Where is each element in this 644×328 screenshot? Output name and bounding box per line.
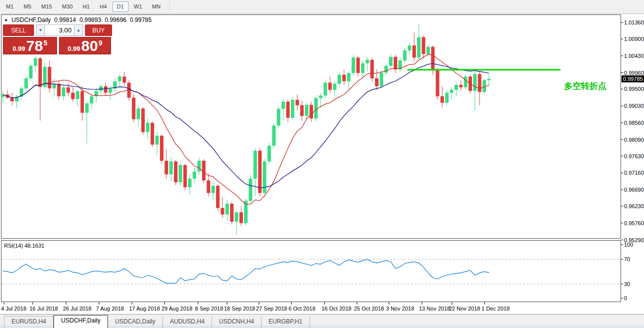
buy-button[interactable]: BUY bbox=[85, 24, 112, 36]
price-axis-label: 0.96690 bbox=[624, 187, 644, 193]
timeframe-button-w1[interactable]: W1 bbox=[130, 1, 147, 12]
time-axis-label: 6 Oct 2018 bbox=[288, 306, 316, 312]
symbol-name: USDCHF,Daily bbox=[12, 16, 51, 23]
time-axis-label: 16 Jul 2018 bbox=[30, 306, 58, 312]
timeframe-toolbar: M1M5M15M30H1H4D1W1MN bbox=[0, 0, 644, 14]
time-axis-label: 17 Aug 2018 bbox=[129, 306, 160, 312]
price-axis-label: 1.00900 bbox=[624, 36, 644, 42]
chart-tab-usdchf-daily[interactable]: USDCHF,Daily bbox=[54, 315, 108, 328]
buy-price-prefix: 0.99 bbox=[68, 45, 80, 52]
volume-increase-button[interactable]: ▲ bbox=[74, 24, 83, 36]
volume-input[interactable]: 3.00 bbox=[45, 24, 74, 36]
price-axis-label: 0.95760 bbox=[624, 220, 644, 226]
time-axis-label: 27 Sep 2018 bbox=[256, 306, 287, 312]
rsi-axis-label: 100 bbox=[624, 242, 633, 248]
buy-price-pip: 9 bbox=[98, 39, 102, 47]
chart-tab-usdcnh-h4[interactable]: USDCNH,H4 bbox=[212, 317, 262, 328]
timeframe-button-m15[interactable]: M15 bbox=[37, 1, 56, 12]
timeframe-button-h1[interactable]: H1 bbox=[78, 1, 94, 12]
rsi-indicator-label: RSI(14) 48.1631 bbox=[4, 243, 44, 249]
sell-price-pip: 5 bbox=[44, 39, 48, 47]
toolbar-separator bbox=[170, 2, 170, 12]
rsi-axis-label: 30 bbox=[624, 281, 630, 287]
price-axis-label: 1.01360 bbox=[624, 19, 644, 25]
price-axis-label: 0.98560 bbox=[624, 120, 644, 126]
price-axis-label: 0.97160 bbox=[624, 170, 644, 176]
time-axis-label: 8 Sep 2018 bbox=[195, 306, 223, 312]
time-axis-label: 7 Aug 2018 bbox=[96, 306, 124, 312]
rsi-axis-label: 70 bbox=[624, 256, 630, 262]
time-axis-label: 26 Jul 2018 bbox=[63, 306, 92, 312]
ohlc-close: 0.99785 bbox=[130, 16, 152, 23]
timeframe-button-m1[interactable]: M1 bbox=[2, 1, 18, 12]
ohlc-low: 0.99696 bbox=[104, 16, 126, 23]
one-click-trade-panel: SELL ▼ 3.00 ▲ BUY 0.99 78 5 0.99 80 9 bbox=[3, 24, 113, 54]
price-axis-label: 1.00430 bbox=[624, 53, 644, 59]
price-axis-label: 0.98090 bbox=[624, 137, 644, 143]
price-axis-label: 0.97630 bbox=[624, 153, 644, 159]
chart-annotation-text: 多空转折点 bbox=[564, 80, 606, 92]
time-axis-label: 3 Nov 2018 bbox=[386, 306, 414, 312]
time-axis-label: 1 Dec 2018 bbox=[482, 306, 510, 312]
price-axis-label: 0.99960 bbox=[624, 70, 644, 76]
chart-tab-eurgbp-h1[interactable]: EURGBP,H1 bbox=[262, 317, 310, 328]
collapse-panel-icon[interactable]: ▲ bbox=[4, 17, 8, 23]
time-axis-label: 22 Nov 2018 bbox=[449, 306, 480, 312]
sell-button[interactable]: SELL bbox=[3, 24, 34, 36]
buy-price-big: 80 bbox=[82, 38, 98, 54]
time-axis-label: 18 Sep 2018 bbox=[224, 306, 255, 312]
timeframe-button-mn[interactable]: MN bbox=[148, 1, 165, 12]
volume-decrease-button[interactable]: ▼ bbox=[36, 24, 45, 36]
time-axis-label: 13 Nov 2018 bbox=[419, 306, 450, 312]
ohlc-open: 0.99814 bbox=[54, 16, 76, 23]
sell-price-button[interactable]: 0.99 78 5 bbox=[3, 37, 57, 54]
timeframe-button-d1[interactable]: D1 bbox=[112, 1, 128, 12]
sell-price-big: 78 bbox=[26, 38, 43, 54]
time-axis-label: 29 Aug 2018 bbox=[162, 306, 192, 312]
rsi-panel[interactable] bbox=[1, 240, 621, 302]
price-axis-label: 0.96230 bbox=[624, 203, 644, 209]
timeframe-button-m30[interactable]: M30 bbox=[58, 1, 77, 12]
buy-price-button[interactable]: 0.99 80 9 bbox=[59, 37, 111, 54]
chart-tab-eurusd-h4[interactable]: EURUSD,H4 bbox=[4, 316, 54, 328]
price-axis-label: 0.99500 bbox=[624, 86, 644, 92]
timeframe-buttons: M1M5M15M30H1H4D1W1MN bbox=[1, 1, 166, 12]
price-axis-label: 0.99030 bbox=[624, 103, 644, 109]
time-axis-label: 25 Oct 2018 bbox=[354, 306, 384, 312]
chart-tab-audusd-h4[interactable]: AUDUSD,H4 bbox=[163, 317, 212, 328]
rsi-axis-label: 0 bbox=[624, 295, 627, 301]
current-price-badge: 0.99785 bbox=[622, 75, 644, 82]
timeframe-button-h4[interactable]: H4 bbox=[95, 1, 111, 12]
timeframe-button-m5[interactable]: M5 bbox=[19, 1, 36, 12]
time-axis-label: 16 Oct 2018 bbox=[322, 306, 352, 312]
mt4-terminal: { "toolbar": {"timeframes": ["M1","M5","… bbox=[0, 0, 644, 328]
ohlc-high: 0.99893 bbox=[80, 16, 101, 23]
sell-price-prefix: 0.99 bbox=[12, 45, 25, 52]
chart-tab-usdcad-daily[interactable]: USDCAD,Daily bbox=[108, 317, 163, 328]
symbol-ohlc-bar: ▲ USDCHF,Daily 0.99814 0.99893 0.99696 0… bbox=[4, 16, 152, 23]
volume-stepper: ▼ 3.00 ▲ bbox=[36, 24, 83, 36]
time-axis-label: 4 Jul 2018 bbox=[1, 306, 26, 312]
